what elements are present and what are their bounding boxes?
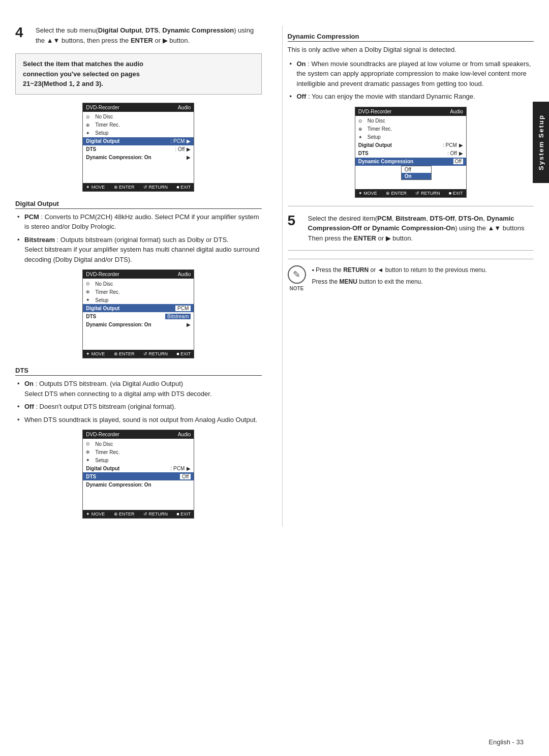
step5-enter: ENTER <box>354 234 376 242</box>
screen4-digital-row: Digital Output : PCM ▶ <box>355 141 466 149</box>
screen2-digital-label: Digital Output <box>86 306 173 311</box>
screen3-digital-row: Digital Output : PCM ▶ <box>83 464 194 472</box>
screen4-digital-value: : PCM <box>443 142 457 148</box>
screen3-empty1 <box>83 489 194 495</box>
step4-text: Select the sub menu(Digital Output, DTS,… <box>36 25 262 45</box>
screen4-dts-value: : Off <box>447 150 457 156</box>
screen1-footer-exit: ■ EXIT <box>176 185 191 190</box>
screen1-empty1 <box>83 162 194 168</box>
note-box: ✎ NOTE ▪ Press the RETURN or ◄ button to… <box>288 259 534 293</box>
step5-bitstream: Bitstream <box>395 215 426 222</box>
screen1-timer-icon: ⊕ <box>86 123 95 128</box>
dyncomp-header: Dynamic Compression <box>288 33 534 42</box>
screen4-footer-enter: ⊕ ENTER <box>386 191 407 196</box>
screen2-empty3 <box>83 341 194 347</box>
screen4-setup-icon: ✦ <box>358 135 368 140</box>
dts-off-dot: • <box>17 402 21 412</box>
dyncomp-on-dot: • <box>290 59 294 89</box>
dts-when-bullet: • When DTS soundtrack is played, sound i… <box>15 415 262 425</box>
highlight-line1: Select the item that matches the audio <box>23 60 143 68</box>
screen1-disc-label: No Disc <box>95 114 113 119</box>
screen2-empty1 <box>83 328 194 335</box>
screen2-timer-icon: ⊕ <box>86 289 95 294</box>
dts-off-text: Off : Doesn't output DTS bitstream (orig… <box>24 402 176 412</box>
screen1-setup-row: ✦ Setup <box>83 129 194 137</box>
step4-bold3: Dynamic Compression <box>162 26 234 34</box>
screen4-dyncomp-label: Dynamic Compression <box>358 159 451 164</box>
screen3-digital-label: Digital Output <box>86 466 168 471</box>
screen1-setup-label: Setup <box>95 130 108 136</box>
screen3-disc-icon: ⊙ <box>86 441 95 446</box>
dyncomp-on-text: On : When movie soundtracks are played a… <box>297 59 534 89</box>
screen1-dts-value: : Off <box>175 146 185 152</box>
note-pencil-icon: ✎ <box>288 265 306 284</box>
screen3-footer: ✦ MOVE ⊕ ENTER ↺ RETURN ■ EXIT <box>83 510 194 518</box>
screen3-header: DVD-Recorder Audio <box>83 430 194 439</box>
note-menu: MENU <box>340 278 357 285</box>
dts-off-bullet: • Off : Doesn't output DTS bitstream (or… <box>15 402 262 412</box>
screen2-footer-enter: ⊕ ENTER <box>114 351 135 356</box>
screen2-dyncomp-row: Dynamic Compression: On ▶ <box>83 320 194 328</box>
dts-on-text: On : Outputs DTS bitstream. (via Digital… <box>24 379 212 399</box>
screen4-disc-row: ⊙ No Disc <box>355 117 466 125</box>
screen2-footer-exit: ■ EXIT <box>176 351 191 356</box>
note-line2: Press the MENU button to exit the menu. <box>312 277 487 287</box>
screen4-timer-icon: ⊕ <box>358 127 368 132</box>
screen4-audio: Audio <box>450 109 463 114</box>
dts-header: DTS <box>15 367 262 376</box>
screen3-setup-row: ✦ Setup <box>83 456 194 464</box>
screen3-title: DVD-Recorder <box>86 432 119 437</box>
screen4-digital-label: Digital Output <box>358 142 441 148</box>
screen1-setup-icon: ✦ <box>86 131 95 136</box>
screen3: DVD-Recorder Audio ⊙ No Disc ⊕ Timer Rec… <box>82 430 194 519</box>
screen2-setup-row: ✦ Setup <box>83 296 194 304</box>
screen1-timer-row: ⊕ Timer Rec. <box>83 121 194 129</box>
screen2-header: DVD-Recorder Audio <box>83 270 194 279</box>
screen1-empty2 <box>83 168 194 174</box>
dyncomp-intro: This is only active when a Dolby Digital… <box>288 45 534 55</box>
screen3-timer-row: ⊕ Timer Rec. <box>83 448 194 456</box>
screen1-dts-label: DTS <box>86 146 173 152</box>
dts-on-bullet: • On : Outputs DTS bitstream. (via Digit… <box>15 379 262 399</box>
screen1-disc-row: ⊙ No Disc <box>83 113 194 121</box>
screen1-header: DVD-Recorder Audio <box>83 103 194 112</box>
screen1-footer-return: ↺ RETURN <box>143 185 168 190</box>
step5-number: 5 <box>288 214 302 244</box>
screen1-digital-row: Digital Output : PCM ▶ <box>83 137 194 145</box>
screen2-timer-label: Timer Rec. <box>95 289 120 295</box>
step4-bold2: DTS <box>145 26 159 34</box>
screen4-setup-label: Setup <box>368 134 381 140</box>
screen2-title: DVD-Recorder <box>86 271 119 277</box>
language-label: English - <box>489 738 516 746</box>
note-line1: ▪ Press the RETURN or ◄ button to return… <box>312 265 487 275</box>
side-tab: System Setup <box>533 102 549 183</box>
screen1-digital-arrow: ▶ <box>187 138 191 144</box>
screen4-timer-label: Timer Rec. <box>368 126 392 132</box>
screen3-footer-move: ✦ MOVE <box>86 511 105 517</box>
screen2-digital-value: PCM <box>175 306 191 311</box>
screen4-body: ⊙ No Disc ⊕ Timer Rec. ✦ Setup Digital <box>355 116 466 187</box>
screen1-audio: Audio <box>178 105 191 110</box>
screen3-digital-arrow: ▶ <box>187 466 191 471</box>
screen1-empty3 <box>83 174 194 180</box>
screen3-setup-label: Setup <box>95 458 108 463</box>
note-return: RETURN <box>343 266 369 274</box>
screen2-dts-value: Bitstream <box>165 314 191 319</box>
screen1-body: ⊙ No Disc ⊕ Timer Rec. ✦ Setup Digital <box>83 112 194 181</box>
screen1-dyncomp-label: Dynamic Compression: On <box>86 155 185 160</box>
dyncomp-off-bullet: • Off : You can enjoy the movie with sta… <box>288 92 534 102</box>
screen1-footer-move: ✦ MOVE <box>86 185 105 190</box>
step4-block: 4 Select the sub menu(Digital Output, DT… <box>15 25 262 45</box>
screen2-disc-icon: ⊙ <box>86 281 95 286</box>
screen2-disc-label: No Disc <box>95 281 113 287</box>
screen4-digital-arrow: ▶ <box>459 142 463 148</box>
screen1-digital-value: : PCM <box>170 138 185 144</box>
screen4-title: DVD-Recorder <box>358 109 392 114</box>
screen3-dts-label: DTS <box>86 474 178 479</box>
bitstream-text: Bitstream : Outputs bitstream (original … <box>24 235 262 265</box>
highlight-box: Select the item that matches the audio c… <box>15 53 262 95</box>
page-container: System Setup 4 Select the sub menu(Digit… <box>0 0 549 756</box>
step5-text: Select the desired item(PCM, Bitstream, … <box>308 214 534 244</box>
screen3-dyncomp-label: Dynamic Compression: On <box>86 482 191 488</box>
screen1-dyncomp-arrow: ▶ <box>187 155 191 160</box>
